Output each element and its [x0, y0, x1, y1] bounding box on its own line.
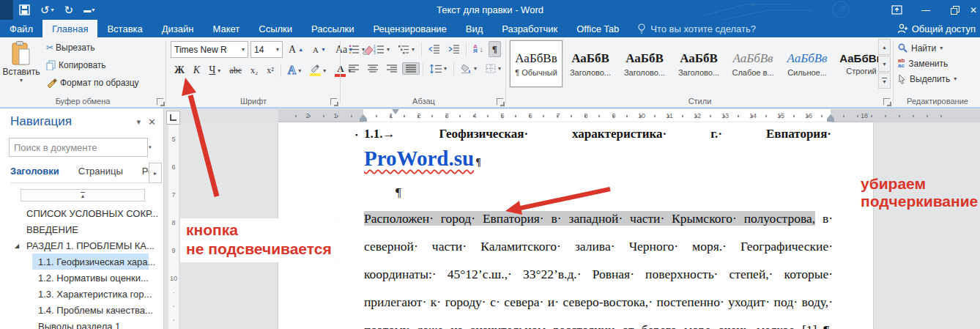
- navigation-heading-item[interactable]: ◢ 1.2. Нормативы оценки...: [0, 270, 162, 286]
- clipboard-dialog-launcher[interactable]: [157, 98, 163, 105]
- ribbon-tab[interactable]: Макет: [203, 20, 249, 37]
- text-effects-button[interactable]: А▾: [284, 62, 305, 79]
- find-button[interactable]: Найти▾: [895, 40, 980, 56]
- navigation-menu-button[interactable]: ▾: [137, 117, 141, 127]
- ribbon-tab[interactable]: Office Tab: [567, 20, 628, 37]
- ribbon-tab[interactable]: Вставка: [97, 20, 152, 37]
- ribbon-tab[interactable]: Рецензирование: [363, 20, 456, 37]
- shrink-font-button[interactable]: А▼: [309, 43, 330, 56]
- style-sample: АаБбВ: [626, 51, 664, 66]
- font-size-combo[interactable]: 14▾: [250, 41, 283, 58]
- highlight-color-button[interactable]: ▾: [306, 62, 330, 78]
- shading-button[interactable]: ▾: [457, 62, 480, 75]
- collapse-triangle-icon[interactable]: ◢: [15, 243, 19, 249]
- strikethrough-button[interactable]: abc: [226, 63, 245, 78]
- ruler-number: 4: [461, 109, 489, 122]
- document-page[interactable]: ▪ 1.1.→ Геофизическая· характеристика· г…: [278, 122, 873, 329]
- ribbon-tab[interactable]: Вид: [456, 20, 493, 37]
- navigation-heading-item[interactable]: ◢ ВВЕДЕНИЕ: [0, 221, 162, 237]
- document-logo-text[interactable]: ProWord.su¶: [364, 147, 481, 171]
- style-card[interactable]: АаБбВ Заголово...: [564, 40, 617, 87]
- styles-gallery: АаБбВв ¶ Обычный АаБбВ Заголово... АаБбВ…: [509, 40, 888, 88]
- style-card[interactable]: АаБбВв Сильное...: [781, 40, 834, 87]
- navigation-heading-item[interactable]: ◢ СПИСОК УСЛОВНЫХ СОКР...: [0, 205, 162, 221]
- sort-button[interactable]: АЯ↓: [469, 42, 487, 56]
- selected-text[interactable]: Расположен· город· Евпатория· в· западно…: [364, 211, 815, 226]
- document-heading[interactable]: 1.1.→ Геофизическая· характеристика· г.·…: [364, 127, 831, 141]
- ribbon-tab[interactable]: Главная: [42, 20, 97, 37]
- ribbon-tab[interactable]: Файл: [0, 20, 42, 37]
- document-line[interactable]: северной· части· Каламитского· залива· Ч…: [364, 232, 833, 260]
- styles-dialog-launcher[interactable]: [883, 98, 890, 105]
- save-button[interactable]: [19, 4, 30, 15]
- font-dialog-launcher[interactable]: [330, 98, 337, 105]
- underline-button[interactable]: Ч▾: [205, 62, 224, 78]
- tell-me-box[interactable]: Что вы хотите сделать?: [628, 20, 765, 37]
- font-family-combo[interactable]: Times New R▾: [171, 41, 248, 58]
- styles-scroll-up-button[interactable]: ▲: [878, 39, 891, 55]
- ruler-number: 15: [767, 109, 795, 122]
- document-line-selected[interactable]: Расположен· город· Евпатория· в· западно…: [364, 204, 833, 232]
- cut-button[interactable]: ✂Вырезать: [42, 40, 143, 55]
- style-card[interactable]: АаБбВв Слабое в...: [727, 40, 779, 87]
- increase-indent-button[interactable]: [445, 42, 463, 56]
- styles-more-button[interactable]: ▼: [878, 73, 891, 89]
- navigation-heading-item[interactable]: ◢ 1.3. Характеристика гор...: [0, 286, 162, 302]
- grow-font-button[interactable]: А▲: [285, 42, 307, 58]
- customize-qat-button[interactable]: ▬▾: [83, 6, 94, 14]
- navigation-tab[interactable]: Заголовки: [10, 166, 59, 177]
- ribbon-tab[interactable]: Ссылки: [249, 20, 302, 37]
- ribbon-tab[interactable]: Разработчик: [492, 20, 567, 37]
- navigation-heading-item[interactable]: ◢ 1.4. Проблемы качества...: [0, 302, 162, 318]
- document-line[interactable]: поэтому· даже· на· значительном· расстоя…: [364, 316, 833, 329]
- paragraph-dialog-launcher[interactable]: [497, 98, 503, 105]
- navigation-tabs-overflow-button[interactable]: ▸: [149, 163, 162, 183]
- align-center-button[interactable]: [364, 62, 382, 75]
- restore-button[interactable]: [940, 0, 970, 20]
- show-formatting-marks-button[interactable]: ¶: [489, 41, 501, 57]
- copy-button[interactable]: Копировать: [42, 58, 143, 73]
- navigation-close-button[interactable]: ✕: [148, 117, 156, 127]
- navigation-heading-item[interactable]: ◢ Выводы раздела 1: [0, 318, 162, 329]
- navigation-heading-item[interactable]: ◢ 1.1. Геофизическая хара...: [0, 254, 162, 270]
- document-paragraph[interactable]: Расположен· город· Евпатория· в· западно…: [364, 204, 833, 329]
- subscript-button[interactable]: x₂: [247, 63, 261, 78]
- italic-button[interactable]: K: [190, 62, 204, 78]
- bullets-button[interactable]: ▾: [345, 42, 368, 56]
- close-button[interactable]: ✕: [970, 0, 980, 20]
- justify-button[interactable]: [402, 62, 420, 75]
- style-card[interactable]: АаБбВв ¶ Обычный: [510, 40, 563, 87]
- share-button[interactable]: Общий доступ: [897, 20, 976, 37]
- document-line[interactable]: прилегают· к· городу· с· севера· и· севе…: [364, 288, 833, 316]
- style-card[interactable]: АаБбВ Заголово...: [672, 40, 725, 87]
- search-options-dropdown[interactable]: ▾: [149, 144, 152, 150]
- replace-button[interactable]: ab ac Заменить: [895, 56, 980, 71]
- navigation-heading-item[interactable]: ◢ РАЗДЕЛ 1. ПРОБЛЕМЫ КА...: [0, 237, 162, 254]
- style-card[interactable]: АаБбВ Заголово...: [618, 40, 671, 87]
- line-spacing-button[interactable]: ▾: [426, 62, 450, 75]
- search-input[interactable]: [10, 142, 147, 153]
- format-painter-button[interactable]: Формат по образцу: [42, 75, 143, 90]
- numbering-button[interactable]: 123▾: [370, 42, 393, 56]
- superscript-button[interactable]: x²: [263, 63, 278, 78]
- bold-button[interactable]: Ж: [171, 62, 188, 78]
- ribbon-display-options-button[interactable]: [882, 0, 911, 20]
- collapse-all-button[interactable]: ▲: [21, 189, 145, 202]
- align-right-button[interactable]: [383, 62, 401, 75]
- bullet-list-icon: [349, 45, 360, 54]
- ribbon-tab[interactable]: Дизайн: [152, 20, 204, 37]
- navigation-tab[interactable]: Страницы: [78, 166, 123, 177]
- multilevel-list-button[interactable]: ▾: [395, 42, 418, 56]
- borders-button[interactable]: ▾: [482, 62, 505, 75]
- decrease-indent-button[interactable]: [425, 42, 443, 56]
- tab-stop-selector[interactable]: [166, 111, 180, 125]
- document-line[interactable]: координаты:· 45°12’с.ш.,· 33°22’в.д.· Ро…: [364, 260, 833, 288]
- select-button[interactable]: Выделить▾: [895, 71, 980, 86]
- styles-scroll-down-button[interactable]: ▼: [878, 56, 891, 72]
- first-line-indent-marker[interactable]: [392, 109, 399, 114]
- align-left-button[interactable]: [345, 62, 363, 75]
- undo-button[interactable]: ↺▾: [40, 4, 54, 17]
- redo-button[interactable]: ↻: [64, 4, 74, 17]
- minimize-button[interactable]: —: [911, 0, 940, 20]
- ribbon-tab[interactable]: Рассылки: [302, 20, 363, 37]
